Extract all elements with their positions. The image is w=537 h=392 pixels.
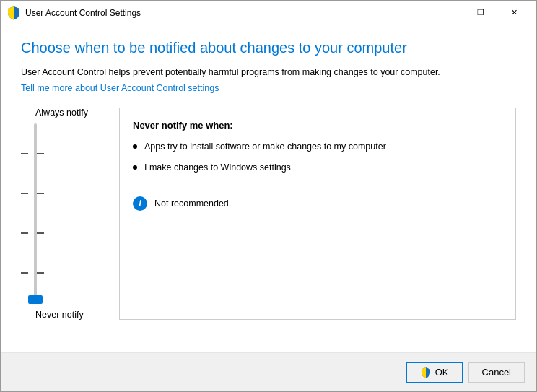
- bullet-item-1: Apps try to install software or make cha…: [133, 141, 502, 154]
- always-notify-label: Always notify: [35, 108, 88, 118]
- bullet-item-2: I make changes to Windows settings: [133, 162, 502, 175]
- not-recommended: i Not recommended.: [133, 196, 502, 211]
- slider-track[interactable]: [34, 123, 37, 304]
- info-panel: Never notify me when: Apps try to instal…: [119, 108, 516, 320]
- slider-thumb[interactable]: [28, 295, 43, 304]
- slider-section: Always notify: [21, 108, 108, 320]
- bullet-dot-2: [133, 165, 137, 170]
- minimize-button[interactable]: —: [431, 1, 464, 25]
- restore-button[interactable]: ❐: [464, 1, 497, 25]
- content-area: Choose when to be notified about changes…: [1, 25, 536, 352]
- footer: OK Cancel: [1, 352, 536, 391]
- ok-label: OK: [435, 367, 449, 378]
- ok-button[interactable]: OK: [406, 362, 463, 383]
- bullet-text-2: I make changes to Windows settings: [144, 162, 291, 175]
- bullet-text-1: Apps try to install software or make cha…: [144, 141, 386, 154]
- title-bar-controls: — ❐ ✕: [431, 1, 531, 25]
- tick-right-3: [37, 232, 44, 234]
- tick-right-1: [37, 153, 44, 154]
- tick-left-4: [21, 272, 28, 274]
- main-window: User Account Control Settings — ❐ ✕ Choo…: [0, 0, 537, 392]
- close-button[interactable]: ✕: [497, 1, 531, 25]
- cancel-button[interactable]: Cancel: [468, 362, 525, 383]
- bullet-list: Apps try to install software or make cha…: [133, 141, 502, 175]
- tick-left-1: [21, 153, 28, 154]
- never-notify-label: Never notify: [35, 310, 84, 320]
- info-icon: i: [133, 196, 147, 211]
- not-recommended-text: Not recommended.: [154, 199, 231, 209]
- tick-right-2: [37, 193, 44, 194]
- tick-right-4: [37, 272, 44, 274]
- page-heading: Choose when to be notified about changes…: [21, 40, 516, 56]
- info-panel-title: Never notify me when:: [133, 120, 502, 131]
- tick-left-3: [21, 232, 28, 234]
- uac-shield-icon: [6, 6, 21, 20]
- bullet-dot-1: [133, 144, 137, 149]
- description-text: User Account Control helps prevent poten…: [21, 66, 516, 79]
- title-bar: User Account Control Settings — ❐ ✕: [1, 1, 536, 25]
- window-title: User Account Control Settings: [25, 8, 431, 18]
- ok-shield-icon: [420, 367, 432, 378]
- main-area: Always notify: [21, 108, 516, 320]
- learn-more-link[interactable]: Tell me more about User Account Control …: [21, 83, 219, 93]
- tick-left-2: [21, 193, 28, 194]
